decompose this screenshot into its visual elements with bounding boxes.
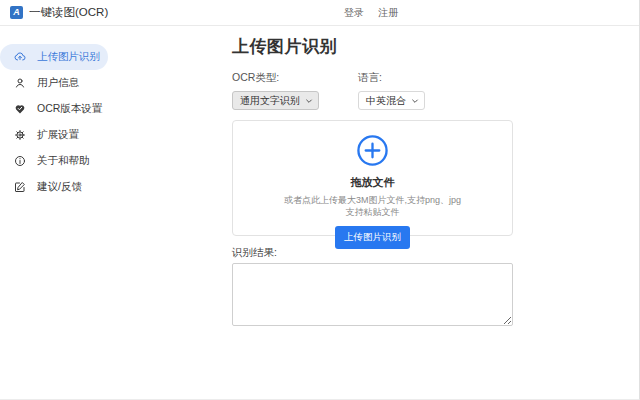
cloud-upload-icon — [14, 51, 26, 63]
language-value: 中英混合 — [366, 94, 406, 108]
plus-circle-icon[interactable] — [356, 134, 389, 167]
sidebar-item-feedback[interactable]: 建议/反馈 — [0, 174, 120, 200]
sidebar-item-user-info[interactable]: 用户信息 — [0, 70, 120, 96]
ocr-type-group: OCR类型: 通用文字识别 — [232, 71, 319, 110]
sidebar: 上传图片识别 用户信息 OCR版本设置 扩展设置 — [0, 44, 120, 200]
heart-check-icon — [14, 103, 26, 115]
app-brand: A 一键读图(OCR) — [0, 5, 108, 20]
login-link[interactable]: 登录 — [344, 6, 364, 20]
sidebar-item-extension-settings[interactable]: 扩展设置 — [0, 122, 120, 148]
app-title: 一键读图(OCR) — [29, 5, 108, 20]
sidebar-item-label: 上传图片识别 — [37, 50, 100, 64]
info-icon — [14, 155, 26, 167]
sidebar-item-label: 扩展设置 — [37, 128, 79, 142]
user-icon — [14, 77, 26, 89]
chevron-down-icon — [305, 97, 313, 105]
edit-icon — [14, 181, 26, 193]
ocr-type-value: 通用文字识别 — [240, 94, 300, 108]
dropzone-title: 拖放文件 — [351, 175, 395, 190]
sidebar-item-label: OCR版本设置 — [37, 102, 102, 116]
page-title: 上传图片识别 — [232, 35, 513, 58]
register-link[interactable]: 注册 — [378, 6, 398, 20]
upload-recognize-button[interactable]: 上传图片识别 — [335, 226, 410, 249]
sidebar-item-upload-recognize[interactable]: 上传图片识别 — [0, 44, 108, 70]
auth-links: 登录 注册 — [344, 0, 398, 26]
language-label: 语言: — [358, 71, 425, 85]
file-dropzone[interactable]: 拖放文件 或者点此上传最大3M图片文件,支持png、jpg 支持粘贴文件 上传图… — [232, 120, 513, 236]
app-logo-icon: A — [10, 6, 23, 19]
main-content: 上传图片识别 OCR类型: 通用文字识别 语言: 中英混合 — [232, 26, 513, 330]
app-window: { "header": { "logo_letter": "A", "app_t… — [0, 0, 640, 400]
ocr-controls: OCR类型: 通用文字识别 语言: 中英混合 — [232, 71, 513, 110]
dropzone-hint: 或者点此上传最大3M图片文件,支持png、jpg 支持粘贴文件 — [284, 194, 461, 218]
dropzone-hint-line2: 支持粘贴文件 — [284, 206, 461, 218]
dropzone-hint-line1: 或者点此上传最大3M图片文件,支持png、jpg — [284, 194, 461, 206]
sidebar-item-ocr-version[interactable]: OCR版本设置 — [0, 96, 120, 122]
gear-icon — [14, 129, 26, 141]
language-select[interactable]: 中英混合 — [358, 91, 425, 110]
sidebar-item-label: 建议/反馈 — [37, 180, 82, 194]
sidebar-item-about-help[interactable]: 关于和帮助 — [0, 148, 120, 174]
language-group: 语言: 中英混合 — [358, 71, 425, 110]
sidebar-item-label: 用户信息 — [37, 76, 79, 90]
ocr-type-label: OCR类型: — [232, 71, 319, 85]
sidebar-item-label: 关于和帮助 — [37, 154, 90, 168]
ocr-type-select[interactable]: 通用文字识别 — [232, 91, 319, 110]
chevron-down-icon — [411, 97, 419, 105]
result-textarea[interactable] — [232, 263, 513, 326]
top-header: A 一键读图(OCR) 登录 注册 — [0, 0, 640, 26]
